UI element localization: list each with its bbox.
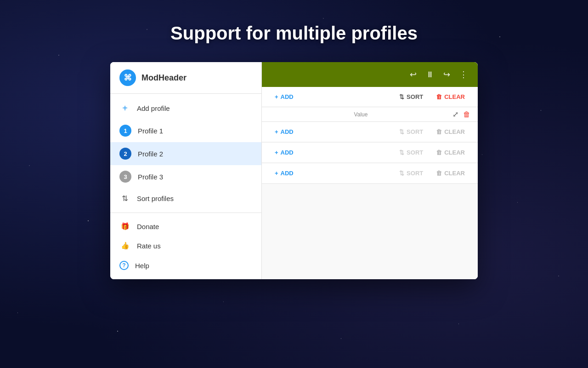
sort-label-2: SORT xyxy=(407,149,423,156)
main-content: ↩ ⏸ ↪ ⋮ + ADD ⇅ SORT 🗑 CLEAR Value ⤢ xyxy=(262,62,478,279)
trash-icon-active: 🗑 xyxy=(436,93,442,100)
plus-icon-3: + xyxy=(275,170,278,177)
sort-icon-2: ⇅ xyxy=(399,149,404,156)
pause-button[interactable]: ⏸ xyxy=(423,67,437,82)
expand-icon[interactable]: ⤢ xyxy=(452,110,458,119)
delete-row-icon[interactable]: 🗑 xyxy=(463,110,470,119)
profile-3-badge: 3 xyxy=(119,171,131,183)
sort-label-1: SORT xyxy=(407,128,423,135)
help-label: Help xyxy=(135,262,149,270)
add-profile-label: Add profile xyxy=(137,104,170,112)
clear-label-1: CLEAR xyxy=(444,128,465,135)
page-title: Support for multiple profiles xyxy=(170,23,418,44)
clear-label: CLEAR xyxy=(444,93,465,100)
gift-icon: 🎁 xyxy=(119,222,130,230)
clear-label-3: CLEAR xyxy=(444,170,465,177)
clear-button-section-3[interactable]: 🗑 CLEAR xyxy=(430,167,470,179)
profile-1-label: Profile 1 xyxy=(138,127,163,135)
thumbup-icon: 👍 xyxy=(119,242,130,250)
rate-us-label: Rate us xyxy=(137,242,161,250)
add-profile-item[interactable]: + Add profile xyxy=(110,98,261,119)
add-label-2: ADD xyxy=(281,149,294,156)
trash-icon-1: 🗑 xyxy=(436,128,442,135)
sort-icon-1: ⇅ xyxy=(399,128,404,135)
sort-button-active[interactable]: ⇅ SORT xyxy=(394,91,429,103)
sort-icon-3: ⇅ xyxy=(399,170,404,177)
sidebar-footer: 🎁 Donate 👍 Rate us ? Help xyxy=(110,213,261,279)
add-label-1: ADD xyxy=(281,128,294,135)
help-item[interactable]: ? Help xyxy=(110,255,261,276)
question-icon: ? xyxy=(119,261,129,270)
profile-2-label: Profile 2 xyxy=(138,150,163,158)
sort-label: SORT xyxy=(407,93,423,100)
sort-profiles-label: Sort profiles xyxy=(137,195,174,202)
sidebar: ⌘ ModHeader + Add profile 1 Profile 1 2 … xyxy=(110,62,262,279)
plus-icon: + xyxy=(275,93,278,100)
sidebar-item-profile-2[interactable]: 2 Profile 2 xyxy=(110,142,261,165)
add-label-3: ADD xyxy=(281,170,294,177)
clear-button-section-2[interactable]: 🗑 CLEAR xyxy=(430,146,470,159)
sort-label-3: SORT xyxy=(407,170,423,177)
sort-profiles-item[interactable]: ⇅ Sort profiles xyxy=(110,188,261,209)
trash-icon-3: 🗑 xyxy=(436,170,442,177)
rate-us-item[interactable]: 👍 Rate us xyxy=(110,236,261,255)
redo-button[interactable]: ↪ xyxy=(441,67,453,82)
main-toolbar: ↩ ⏸ ↪ ⋮ xyxy=(262,62,478,87)
clear-button-active[interactable]: 🗑 CLEAR xyxy=(430,91,470,103)
clear-label-2: CLEAR xyxy=(444,149,465,156)
add-button-section-2[interactable]: + ADD xyxy=(269,146,299,159)
donate-label: Donate xyxy=(137,223,159,230)
app-logo: ⌘ xyxy=(119,69,136,86)
plus-icon-1: + xyxy=(275,128,278,135)
more-button[interactable]: ⋮ xyxy=(457,67,470,82)
col-value-header: Value xyxy=(269,111,452,118)
sidebar-item-profile-3[interactable]: 3 Profile 3 xyxy=(110,165,261,188)
profile-3-label: Profile 3 xyxy=(138,173,163,181)
inactive-section-2: + ADD ⇅ SORT 🗑 CLEAR xyxy=(262,143,478,163)
sort-button-section-3[interactable]: ⇅ SORT xyxy=(394,167,429,179)
inactive-section-3: + ADD ⇅ SORT 🗑 CLEAR xyxy=(262,163,478,184)
sort-button-section-1[interactable]: ⇅ SORT xyxy=(394,126,429,138)
inactive-section-1: + ADD ⇅ SORT 🗑 CLEAR xyxy=(262,122,478,143)
sidebar-item-profile-1[interactable]: 1 Profile 1 xyxy=(110,119,261,142)
sort-button-section-2[interactable]: ⇅ SORT xyxy=(394,146,429,159)
empty-area xyxy=(262,184,478,279)
add-icon: + xyxy=(119,103,130,114)
sidebar-nav: + Add profile 1 Profile 1 2 Profile 2 3 … xyxy=(110,94,261,213)
app-name: ModHeader xyxy=(141,73,187,83)
active-section-toolbar: + ADD ⇅ SORT 🗑 CLEAR xyxy=(262,87,478,107)
sort-profiles-icon: ⇅ xyxy=(119,194,130,203)
app-window: ⌘ ModHeader + Add profile 1 Profile 1 2 … xyxy=(110,62,478,279)
table-header-row: Value ⤢ 🗑 xyxy=(262,107,478,122)
sort-icon: ⇅ xyxy=(399,93,404,100)
table-row-actions: ⤢ 🗑 xyxy=(452,110,470,119)
add-label: ADD xyxy=(281,93,294,100)
profile-2-badge: 2 xyxy=(119,148,131,160)
logo-symbol: ⌘ xyxy=(124,73,132,83)
sidebar-header: ⌘ ModHeader xyxy=(110,62,261,94)
plus-icon-2: + xyxy=(275,149,278,156)
undo-button[interactable]: ↩ xyxy=(407,67,419,82)
trash-icon-2: 🗑 xyxy=(436,149,442,156)
profile-1-badge: 1 xyxy=(119,125,131,137)
add-button-active[interactable]: + ADD xyxy=(269,91,299,103)
clear-button-section-1[interactable]: 🗑 CLEAR xyxy=(430,126,470,138)
add-button-section-3[interactable]: + ADD xyxy=(269,167,299,179)
donate-item[interactable]: 🎁 Donate xyxy=(110,217,261,236)
add-button-section-1[interactable]: + ADD xyxy=(269,126,299,138)
